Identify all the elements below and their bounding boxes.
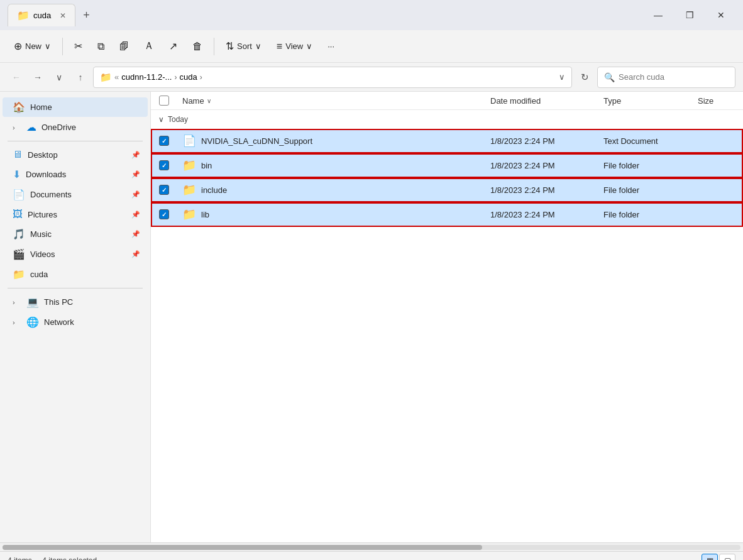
sidebar-item-downloads[interactable]: ⬇ Downloads 📌 [3, 165, 148, 184]
more-icon: ··· [327, 41, 334, 51]
network-icon: 🌐 [26, 316, 39, 328]
sidebar-item-label-thispc: This PC [44, 297, 73, 307]
rename-icon: Ａ [144, 40, 154, 53]
sidebar-item-label-home: Home [30, 102, 52, 112]
large-view-button[interactable]: ▢ [719, 554, 735, 561]
breadcrumb[interactable]: 📁 « cudnn-11.2-... › cuda › ∨ [93, 67, 572, 88]
close-button[interactable]: ✕ [707, 5, 735, 25]
sidebar-item-pictures[interactable]: 🖼 Pictures 📌 [3, 205, 148, 224]
checkbox-4[interactable]: ✓ [159, 209, 169, 219]
sort-button[interactable]: ⇅ Sort ∨ [219, 36, 268, 56]
sidebar: 🏠 Home › ☁ OneDrive 🖥 Desktop 📌 ⬇ Downlo… [0, 92, 151, 542]
sort-icon: ⇅ [226, 40, 234, 52]
onedrive-icon: ☁ [26, 121, 36, 133]
breadcrumb-folder-icon: 📁 [100, 72, 112, 83]
up-button[interactable]: ↑ [72, 69, 89, 86]
file-icon-folder-4: 📁 [182, 207, 196, 221]
file-type-4: File folder [603, 210, 639, 219]
table-row[interactable]: ✓ 📁 bin 1/8/2023 2:24 PM File folder [151, 153, 743, 178]
row-name-3: 📁 include [177, 178, 485, 202]
header-checkbox[interactable] [159, 96, 169, 106]
sidebar-item-videos[interactable]: 🎬 Videos 📌 [3, 244, 148, 264]
sort-label: Sort [237, 41, 252, 51]
expand-history-button[interactable]: ∨ [50, 69, 68, 86]
col-date-header[interactable]: Date modified [485, 96, 598, 106]
row-checkbox-2[interactable]: ✓ [151, 160, 177, 170]
row-type-1: Text Document [598, 131, 693, 151]
breadcrumb-chevron[interactable]: ∨ [559, 72, 565, 82]
col-size-header[interactable]: Size [693, 96, 743, 106]
back-icon: ← [12, 72, 21, 82]
large-view-icon: ▢ [724, 556, 731, 561]
copy-icon: ⧉ [97, 41, 104, 52]
table-row[interactable]: ✓ 📁 lib 1/8/2023 2:24 PM File folder [151, 202, 743, 227]
cuda-icon: 📁 [13, 268, 25, 280]
checkbox-1[interactable]: ✓ [159, 136, 169, 146]
search-input[interactable] [619, 72, 729, 82]
minimize-button[interactable]: — [644, 5, 673, 25]
paste-button[interactable]: 🗐 [113, 37, 135, 55]
sidebar-item-desktop[interactable]: 🖥 Desktop 📌 [3, 145, 148, 164]
sidebar-item-network[interactable]: › 🌐 Network [3, 312, 148, 332]
file-date-3: 1/8/2023 2:24 PM [490, 185, 555, 195]
file-date-4: 1/8/2023 2:24 PM [490, 210, 555, 219]
sidebar-item-documents[interactable]: 📄 Documents 📌 [3, 185, 148, 204]
sidebar-divider-2 [8, 288, 143, 288]
breadcrumb-prefix: « [114, 72, 119, 82]
sidebar-item-label-videos: Videos [30, 250, 55, 259]
more-button[interactable]: ··· [321, 38, 341, 55]
row-checkbox-3[interactable]: ✓ [151, 185, 177, 195]
sidebar-item-cuda[interactable]: 📁 cuda [3, 265, 148, 284]
details-view-button[interactable]: ▦ [702, 554, 718, 561]
sidebar-item-thispc[interactable]: › 💻 This PC [3, 292, 148, 312]
pin-icon-music: 📌 [131, 230, 140, 238]
forward-icon: → [33, 72, 42, 82]
downloads-icon: ⬇ [13, 168, 21, 180]
file-date-1: 1/8/2023 2:24 PM [490, 136, 555, 146]
table-row[interactable]: ✓ 📄 NVIDIA_SLA_cuDNN_Support 1/8/2023 2:… [151, 129, 743, 153]
copy-button[interactable]: ⧉ [91, 37, 111, 56]
horizontal-scrollbar[interactable] [0, 542, 743, 551]
col-name-label: Name [182, 96, 204, 106]
scrollbar-thumb[interactable] [3, 545, 482, 550]
new-tab-button[interactable]: + [83, 9, 90, 22]
file-name-4: lib [201, 210, 209, 219]
forward-button[interactable]: → [29, 69, 47, 86]
column-headers: Name ∨ Date modified Type Size [151, 92, 743, 110]
sidebar-item-music[interactable]: 🎵 Music 📌 [3, 224, 148, 244]
tab-close-button[interactable]: ✕ [60, 11, 66, 20]
col-name-header[interactable]: Name ∨ [177, 96, 485, 106]
view-button[interactable]: ≡ View ∨ [270, 37, 319, 56]
file-name-3: include [201, 185, 227, 195]
videos-icon: 🎬 [13, 248, 25, 260]
sidebar-item-onedrive[interactable]: › ☁ OneDrive [3, 118, 148, 137]
select-all-checkbox[interactable] [151, 96, 177, 106]
col-type-header[interactable]: Type [598, 96, 693, 106]
breadcrumb-sep1: › [174, 73, 177, 82]
file-icon-txt: 📄 [182, 134, 196, 148]
new-button[interactable]: ⊕ New ∨ [8, 36, 57, 56]
row-checkbox-4[interactable]: ✓ [151, 209, 177, 219]
sidebar-item-home[interactable]: 🏠 Home [3, 97, 148, 117]
view-icon: ≡ [277, 41, 282, 52]
refresh-button[interactable]: ↻ [576, 69, 593, 86]
cut-button[interactable]: ✂ [68, 36, 89, 56]
search-box[interactable]: 🔍 [597, 67, 735, 88]
checkbox-3[interactable]: ✓ [159, 185, 169, 195]
tab-cuda[interactable]: 📁 cuda ✕ [8, 4, 75, 26]
row-checkbox-1[interactable]: ✓ [151, 136, 177, 146]
rename-button[interactable]: Ａ [138, 36, 160, 57]
group-today[interactable]: ∨ Today [151, 110, 743, 129]
checkbox-2[interactable]: ✓ [159, 160, 169, 170]
sidebar-item-label-documents: Documents [30, 190, 72, 199]
maximize-button[interactable]: ❒ [675, 5, 704, 25]
share-button[interactable]: ↗ [163, 36, 184, 56]
pin-icon-pictures: 📌 [131, 211, 140, 219]
col-size-label: Size [698, 96, 713, 106]
file-name-2: bin [201, 161, 212, 170]
back-button[interactable]: ← [8, 69, 25, 86]
delete-button[interactable]: 🗑 [186, 37, 209, 56]
col-type-label: Type [603, 96, 621, 106]
file-icon-folder-3: 📁 [182, 183, 196, 197]
table-row[interactable]: ✓ 📁 include 1/8/2023 2:24 PM File folder [151, 178, 743, 202]
